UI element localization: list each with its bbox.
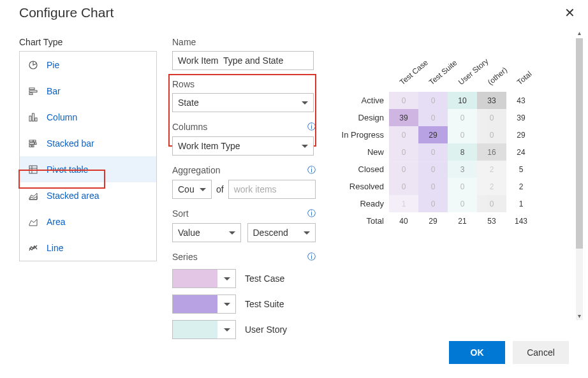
pivot-cell: 0 (418, 195, 448, 212)
series-color-select[interactable] (172, 320, 236, 339)
series-row: User Story (172, 320, 316, 339)
svg-rect-11 (29, 145, 32, 147)
pivot-cell: 0 (477, 126, 506, 143)
series-row: Test Suite (172, 294, 316, 314)
series-name: Test Suite (245, 299, 284, 309)
pivot-cell: 10 (448, 92, 477, 109)
aggregation-field[interactable]: work items (228, 180, 316, 199)
chart-type-stacked-bar[interactable]: Stacked bar (20, 130, 156, 156)
pivot-row-label: New (338, 143, 389, 161)
columns-label: Columns (172, 122, 207, 132)
chart-type-label: Bar (47, 86, 61, 96)
series-name: Test Case (245, 273, 284, 284)
close-icon[interactable]: ✕ (564, 5, 575, 20)
pivot-cell: 1 (389, 195, 418, 212)
pivot-row-label: Resolved (338, 178, 389, 195)
cancel-button[interactable]: Cancel (513, 341, 569, 364)
scroll-down-icon[interactable]: ▾ (576, 312, 583, 319)
svg-rect-9 (29, 143, 34, 145)
svg-rect-8 (33, 140, 36, 142)
scrollbar[interactable] (576, 38, 583, 320)
chart-type-line[interactable]: Line (20, 235, 156, 261)
series-name: User Story (245, 324, 287, 335)
pivot-cell: 0 (448, 195, 477, 212)
pivot-cell: 0 (389, 92, 418, 109)
pivot-cell: 33 (477, 92, 506, 109)
line-icon (27, 242, 39, 254)
pivot-cell: 2 (477, 178, 506, 195)
pivot-col-total: 29 (418, 212, 448, 229)
pivot-col-total: 40 (389, 212, 418, 229)
name-label: Name (172, 37, 316, 47)
pivot-row-total: 5 (506, 161, 536, 178)
dialog-title: Configure Chart (19, 5, 114, 20)
chart-type-bar[interactable]: Bar (20, 78, 156, 104)
pivot-row-label: Closed (338, 161, 389, 178)
series-color-select[interactable] (172, 294, 236, 314)
svg-rect-2 (29, 91, 37, 92)
ok-button[interactable]: OK (449, 341, 505, 364)
rows-label: Rows (172, 79, 316, 89)
pivot-row-label: In Progress (338, 126, 389, 143)
pivot-cell: 0 (477, 109, 506, 126)
aggregation-of-label: of (216, 184, 224, 194)
pivot-row-total: 2 (506, 178, 536, 195)
info-icon[interactable]: ⓘ (307, 208, 316, 219)
pie-icon (27, 59, 39, 71)
series-color-select[interactable] (172, 269, 236, 288)
chart-type-area[interactable]: Area (20, 208, 156, 235)
pivot-row-total: 29 (506, 126, 536, 143)
pivot-cell: 0 (418, 143, 448, 161)
info-icon[interactable]: ⓘ (307, 251, 316, 263)
svg-rect-1 (29, 88, 34, 90)
pivot-grand-total: 143 (506, 212, 536, 229)
svg-rect-3 (29, 93, 33, 95)
area-icon (27, 216, 39, 228)
chart-type-label: Area (47, 217, 66, 227)
chart-type-label: Pivot table (47, 164, 88, 175)
svg-rect-5 (33, 113, 34, 121)
svg-rect-4 (29, 116, 31, 121)
pivot-cell: 0 (418, 92, 448, 109)
info-icon[interactable]: ⓘ (307, 164, 316, 176)
scrollbar-thumb[interactable] (576, 38, 583, 249)
sort-direction-select[interactable]: Descend (247, 223, 316, 242)
aggregation-label: Aggregation (172, 165, 221, 175)
pivot-cell: 0 (418, 109, 448, 126)
stacked-area-icon (27, 190, 39, 201)
pivot-total-label: Total (338, 212, 389, 229)
pivot-cell: 0 (389, 143, 418, 161)
info-icon[interactable]: ⓘ (307, 121, 316, 133)
pivot-cell: 3 (448, 161, 477, 178)
columns-select[interactable]: Work Item Type (172, 136, 314, 156)
chart-type-list: PieBarColumnStacked barPivot tableStacke… (19, 51, 157, 261)
scroll-up-icon[interactable]: ▴ (576, 29, 583, 36)
pivot-cell: 16 (477, 143, 506, 161)
pivot-row-label: Ready (338, 195, 389, 212)
pivot-row-label: Design (338, 109, 389, 126)
pivot-row-total: 43 (506, 92, 536, 109)
chart-type-label: Chart Type (19, 37, 62, 47)
series-label: Series (172, 252, 198, 262)
aggregation-select[interactable]: Cou (172, 180, 212, 199)
svg-rect-13 (29, 166, 37, 173)
pivot-cell: 0 (389, 161, 418, 178)
chart-type-label: Pie (47, 60, 59, 70)
pivot-cell: 0 (418, 178, 448, 195)
pivot-cell: 39 (389, 109, 418, 126)
rows-select[interactable]: State (172, 93, 314, 112)
stacked-bar-icon (27, 138, 39, 149)
pivot-cell: 8 (448, 143, 477, 161)
sort-value-select[interactable]: Value (172, 223, 241, 242)
chart-type-pivot-table[interactable]: Pivot table (20, 156, 156, 182)
pivot-row-label: Active (338, 92, 389, 109)
name-input[interactable] (172, 51, 314, 70)
chart-type-pie[interactable]: Pie (20, 52, 156, 78)
series-row: Test Case (172, 269, 316, 288)
chart-type-label: Line (47, 243, 63, 253)
pivot-table: Test CaseTest SuiteUser Story(other)Tota… (338, 57, 536, 229)
chart-type-stacked-area[interactable]: Stacked area (20, 182, 156, 208)
pivot-cell: 0 (477, 195, 506, 212)
chart-type-column[interactable]: Column (20, 104, 156, 130)
pivot-cell: 0 (389, 126, 418, 143)
